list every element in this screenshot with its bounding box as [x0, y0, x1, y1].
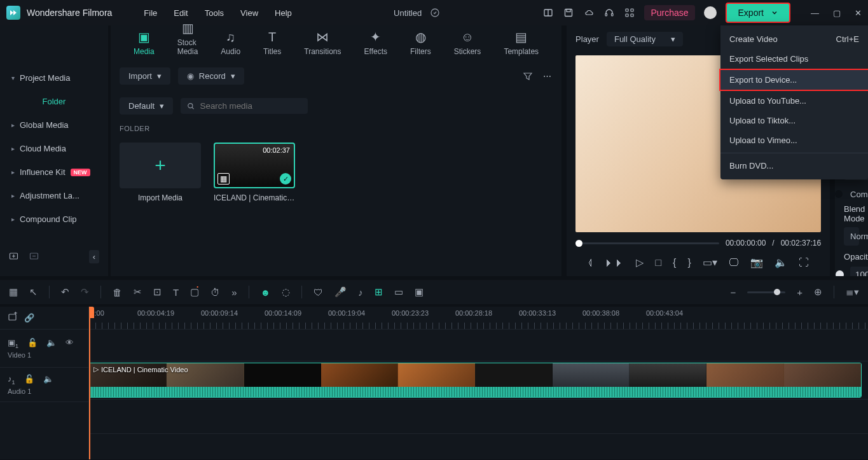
zoom-in-icon[interactable]: +: [797, 287, 803, 298]
video-track[interactable]: ▷ICELAND | Cinematic Video: [89, 361, 868, 400]
track-lock-icon[interactable]: 🔓: [24, 374, 34, 386]
text-icon[interactable]: T: [173, 287, 179, 298]
fullscreen-icon[interactable]: ⛶: [799, 257, 809, 268]
music-note-icon[interactable]: ♪: [358, 287, 363, 298]
target-icon[interactable]: ◌: [282, 286, 290, 298]
export-selected-clips[interactable]: Export Selected Clips: [720, 49, 868, 69]
export-to-device[interactable]: Export to Device...: [719, 69, 868, 91]
record-screen-icon[interactable]: ▣: [415, 286, 424, 298]
ai-bot-icon[interactable]: ⊞: [375, 286, 383, 298]
track-mute-icon[interactable]: 🔈: [43, 374, 53, 386]
more-icon[interactable]: ⋯: [541, 71, 553, 82]
opacity-input[interactable]: [850, 267, 868, 276]
shield-icon[interactable]: 🛡: [313, 287, 323, 298]
close-icon[interactable]: ✕: [855, 8, 862, 18]
link-icon[interactable]: 🔗: [24, 313, 34, 323]
maximize-icon[interactable]: ▢: [833, 8, 841, 18]
ai-smiley-icon[interactable]: ☻: [261, 287, 271, 298]
track-rec-icon[interactable]: ▣1: [8, 338, 18, 349]
upload-vimeo[interactable]: Upload to Vimeo...: [720, 130, 868, 150]
undo-icon[interactable]: ↶: [61, 286, 69, 298]
add-track-icon[interactable]: [8, 312, 18, 324]
sidebar-compound[interactable]: ▸Compound Clip: [0, 207, 108, 231]
prev-frame-icon[interactable]: ⦉: [588, 257, 593, 268]
track-visible-icon[interactable]: 👁: [65, 338, 74, 349]
menu-help[interactable]: Help: [275, 8, 292, 18]
filter-icon[interactable]: [522, 71, 534, 82]
play-reverse-icon[interactable]: ⏵⏵: [604, 257, 624, 268]
cloud-sync-icon[interactable]: [429, 7, 441, 18]
mark-out-icon[interactable]: }: [687, 257, 691, 268]
zoom-out-icon[interactable]: −: [730, 287, 736, 298]
sort-default-button[interactable]: Default▾: [120, 97, 173, 115]
sidebar-project-media[interactable]: ▾Project Media: [0, 66, 108, 90]
sidebar-adjustment[interactable]: ▸Adjustment La...: [0, 184, 108, 207]
document-title[interactable]: Untitled: [394, 8, 422, 18]
track-mute-icon[interactable]: 🔈: [46, 338, 57, 349]
sidebar-cloud-media[interactable]: ▸Cloud Media: [0, 137, 108, 160]
delete-icon[interactable]: 🗑: [113, 287, 122, 298]
stop-icon[interactable]: □: [655, 257, 661, 268]
more-tools-icon[interactable]: »: [231, 287, 237, 298]
sidebar-global-media[interactable]: ▸Global Media: [0, 113, 108, 137]
menu-file[interactable]: File: [144, 8, 157, 18]
tab-media[interactable]: ▣Media: [134, 29, 155, 56]
remove-folder-icon[interactable]: [29, 251, 39, 263]
menu-view[interactable]: View: [240, 8, 258, 18]
tab-stock[interactable]: ▥Stock Media: [177, 20, 198, 56]
audio-track-head[interactable]: ♪1🔓🔈 Audio 1: [0, 368, 88, 402]
collapse-sidebar-icon[interactable]: ‹: [89, 250, 99, 263]
sidebar-folder[interactable]: Folder: [0, 90, 108, 113]
tab-stickers[interactable]: ☺Stickers: [454, 30, 481, 56]
user-avatar-icon[interactable]: [704, 6, 717, 19]
timeline-clip[interactable]: ▷ICELAND | Cinematic Video: [89, 363, 862, 398]
minimize-icon[interactable]: —: [811, 8, 819, 18]
import-media-slot[interactable]: + Import Media: [120, 143, 201, 202]
timeline-ruler[interactable]: 00:00 00:00:04:19 00:00:09:14 00:00:14:0…: [89, 307, 868, 330]
tab-audio[interactable]: ♫Audio: [221, 30, 240, 56]
marker-tool-icon[interactable]: ▭: [394, 286, 403, 298]
volume-icon[interactable]: 🔈: [775, 256, 787, 268]
redo-icon[interactable]: ↷: [81, 286, 89, 298]
menu-edit[interactable]: Edit: [174, 8, 188, 18]
apps-icon[interactable]: [624, 7, 635, 18]
track-audio-icon[interactable]: ♪1: [8, 374, 15, 386]
scrub-slider[interactable]: [575, 242, 719, 244]
zoom-slider[interactable]: [747, 291, 785, 293]
ratio-icon[interactable]: ▭▾: [703, 256, 717, 268]
video-track-head[interactable]: ▣1🔓🔈👁 Video 1: [0, 330, 88, 368]
layout-icon[interactable]: [542, 7, 554, 18]
purchase-button[interactable]: Purchase: [644, 5, 694, 20]
add-folder-icon[interactable]: [9, 251, 19, 263]
playhead[interactable]: [89, 307, 90, 459]
pointer-icon[interactable]: ↖: [29, 286, 38, 298]
timeline-view-icon[interactable]: ≣▾: [846, 286, 859, 298]
camera-icon[interactable]: 📷: [750, 256, 763, 268]
tab-effects[interactable]: ✦Effects: [364, 29, 387, 56]
tab-templates[interactable]: ▤Templates: [504, 29, 539, 56]
mark-in-icon[interactable]: {: [673, 257, 676, 268]
export-button[interactable]: Export: [726, 3, 790, 23]
upload-youtube[interactable]: Upload to YouTube...: [720, 91, 868, 111]
blend-mode-select[interactable]: Normal▾: [844, 227, 859, 246]
record-button[interactable]: ◉Record▾: [178, 67, 244, 85]
import-button[interactable]: Import▾: [120, 67, 170, 85]
monitor-icon[interactable]: 🖵: [729, 257, 739, 268]
tab-transitions[interactable]: ⋈Transitions: [304, 29, 341, 56]
headphones-icon[interactable]: [603, 7, 615, 18]
crop-icon[interactable]: ⊡: [153, 286, 162, 298]
zoom-fit-icon[interactable]: ⊕: [814, 286, 822, 298]
save-icon[interactable]: [563, 7, 574, 18]
audio-track[interactable]: [89, 400, 868, 434]
search-media-field[interactable]: [200, 101, 302, 111]
tab-filters[interactable]: ◍Filters: [410, 29, 431, 56]
play-icon[interactable]: ▷: [636, 256, 644, 268]
burn-dvd[interactable]: Burn DVD...: [720, 156, 868, 176]
mic-icon[interactable]: 🎤: [334, 286, 347, 298]
media-clip-iceland[interactable]: 00:02:37 ▦ ✓ ICELAND | Cinematic ...: [214, 143, 295, 202]
cut-icon[interactable]: ✂: [134, 286, 142, 298]
upload-tiktok[interactable]: Upload to Tiktok...: [720, 111, 868, 130]
sidebar-influence-kit[interactable]: ▸Influence KitNEW: [0, 160, 108, 184]
tab-titles[interactable]: TTitles: [263, 30, 281, 56]
quality-select[interactable]: Full Quality▾: [607, 32, 683, 46]
